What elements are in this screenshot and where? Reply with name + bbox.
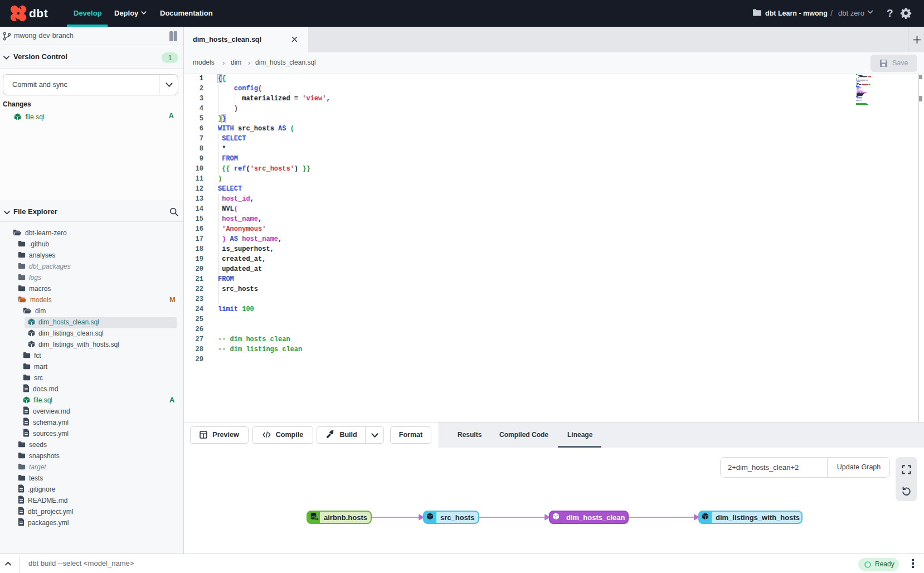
svg-text:airbnb.hosts: airbnb.hosts <box>324 513 367 522</box>
svg-text:dim_hosts_clean: dim_hosts_clean <box>566 513 625 522</box>
svg-text:dim_listings_with_hosts: dim_listings_with_hosts <box>716 513 800 522</box>
svg-text:src_hosts: src_hosts <box>440 513 474 522</box>
